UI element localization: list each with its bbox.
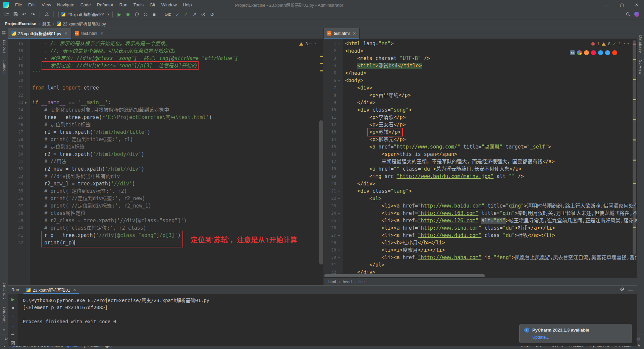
- settings-sync-icon[interactable]: [633, 10, 641, 18]
- gutter[interactable]: 3: [324, 55, 342, 62]
- code-line[interactable]: 31 </ul>: [324, 261, 637, 269]
- gutter[interactable]: 39: [8, 217, 30, 224]
- profiler-button[interactable]: [142, 10, 150, 18]
- code-line[interactable]: 20 </div>: [324, 180, 637, 187]
- minimize-icon[interactable]: —: [600, 0, 614, 9]
- code-line[interactable]: 20: [8, 77, 323, 84]
- yandex-browser-icon[interactable]: [612, 50, 617, 55]
- gutter[interactable]: 22: [8, 92, 30, 99]
- gutter[interactable]: 23−: [324, 202, 342, 210]
- fold-icon[interactable]: −: [337, 77, 341, 84]
- code-line[interactable]: 30− <li><a href="http://www.haha.com" id…: [324, 254, 637, 261]
- code-line[interactable]: 21− <div class="tang">: [324, 187, 637, 195]
- code-line[interactable]: 38 # class属性定位: [8, 210, 323, 217]
- menu-window[interactable]: Window: [158, 1, 180, 8]
- gutter[interactable]: 27: [8, 128, 30, 136]
- gutter[interactable]: 29−: [324, 246, 342, 254]
- rerun-button[interactable]: ▶: [10, 296, 16, 302]
- code-line[interactable]: 31 # //用法: [8, 158, 323, 165]
- horizontal-scrollbar[interactable]: [324, 274, 632, 278]
- code-line[interactable]: 22− <ul>: [324, 195, 637, 202]
- gutter[interactable]: 5: [324, 69, 342, 77]
- code-line[interactable]: 19''': [8, 69, 323, 77]
- fold-icon[interactable]: −: [337, 246, 341, 254]
- code-line[interactable]: 28− <li><b>杜小月</b></li>: [324, 239, 637, 246]
- gutter[interactable]: 40: [8, 224, 30, 232]
- gutter[interactable]: 25: [8, 114, 30, 121]
- gutter[interactable]: 33: [8, 173, 30, 180]
- fold-icon[interactable]: −: [337, 47, 341, 55]
- html-editor[interactable]: 1−<html lang="en">2−<head>3 <meta charse…: [324, 39, 637, 278]
- gutter[interactable]: 1−: [324, 40, 342, 47]
- gutter[interactable]: 34: [8, 180, 30, 187]
- code-line[interactable]: 32 r2_new = tree.xpath('/html//div'): [8, 165, 323, 173]
- gutter[interactable]: 26−: [324, 224, 342, 232]
- gutter[interactable]: 19: [324, 173, 342, 180]
- gutter[interactable]: 31: [324, 261, 342, 269]
- gutter[interactable]: 29: [8, 143, 30, 151]
- gutter[interactable]: 42: [8, 239, 30, 246]
- open-icon[interactable]: [3, 10, 11, 18]
- gutter[interactable]: 20: [324, 180, 342, 187]
- fold-icon[interactable]: −: [337, 143, 341, 151]
- gutter[interactable]: 10−: [324, 106, 342, 114]
- code-line[interactable]: 34 r2_new_1 = tree.xpath('//div'): [8, 180, 323, 187]
- gutter[interactable]: 7−: [324, 84, 342, 92]
- tab-python-file[interactable]: 23.xpath解析基础01.py ✕: [8, 28, 71, 39]
- code-line[interactable]: 27− <li><a href="http://www.dudu.com" cl…: [324, 232, 637, 239]
- code-line[interactable]: 24− <li><a href="http://www.163.com" tit…: [324, 210, 637, 217]
- coverage-button[interactable]: [133, 10, 141, 18]
- code-line[interactable]: 3 <meta charset="UTF-8" />: [324, 55, 637, 62]
- gutter[interactable]: 22−: [324, 195, 342, 202]
- breadcrumb-file[interactable]: 23.xpath解析基础01.py: [57, 20, 106, 27]
- down-stack-icon[interactable]: ↓: [10, 323, 16, 329]
- gutter[interactable]: 24−: [324, 210, 342, 217]
- code-line[interactable]: 18 - 索引定位: //div[@class="song"]/p[3] 注意是…: [8, 62, 323, 69]
- git-commit-button[interactable]: ✓: [182, 10, 190, 18]
- gutter[interactable]: 6−: [324, 77, 342, 84]
- gutter[interactable]: 31: [8, 158, 30, 165]
- save-icon[interactable]: [11, 10, 19, 18]
- gutter[interactable]: 26: [8, 121, 30, 128]
- gutter[interactable]: 36: [8, 195, 30, 202]
- breadcrumb-folder[interactable]: 爬虫: [42, 20, 51, 27]
- code-line[interactable]: 36 # print('//定位到div标签:', r2_new): [8, 195, 323, 202]
- code-line[interactable]: 8 <p>百里守约</p>: [324, 92, 637, 99]
- fold-icon[interactable]: −: [337, 202, 341, 210]
- undo-icon[interactable]: ↶: [20, 10, 28, 18]
- fold-icon[interactable]: −: [337, 106, 341, 114]
- fold-icon[interactable]: −: [337, 254, 341, 261]
- menu-git[interactable]: Git: [147, 1, 158, 8]
- opera-browser-icon[interactable]: [591, 50, 596, 55]
- code-line[interactable]: 30 r2 = tree.xpath('/html/body/div'): [8, 151, 323, 158]
- gutter[interactable]: 8: [324, 92, 342, 99]
- safari-browser-icon[interactable]: [605, 50, 610, 55]
- code-line[interactable]: 24 # 实例化etree对象,且将被解析的源码加载到该对象中: [8, 106, 323, 114]
- gutter[interactable]: 37: [8, 202, 30, 210]
- fold-icon[interactable]: −: [337, 40, 341, 47]
- gutter[interactable]: 21−: [324, 187, 342, 195]
- gutter[interactable]: 2−: [324, 47, 342, 55]
- git-update-button[interactable]: ↙: [173, 10, 181, 18]
- fold-icon[interactable]: −: [337, 224, 341, 232]
- code-line[interactable]: 7− <div>: [324, 84, 637, 92]
- notification-balloon[interactable]: i PyCharm 2023.1.3 available Update...: [519, 324, 632, 343]
- code-line[interactable]: 5</head>: [324, 69, 637, 77]
- breadcrumb-title[interactable]: title: [358, 280, 365, 284]
- lock-icon[interactable]: [637, 344, 641, 348]
- more-toolwindows-icon[interactable]: »: [3, 327, 5, 332]
- gutter[interactable]: 28: [8, 136, 30, 143]
- code-line[interactable]: 1−<html lang="en">: [324, 40, 637, 47]
- breadcrumb-project[interactable]: ProjectExercise: [5, 21, 36, 26]
- code-line[interactable]: 23− <li><a href="http://www.baidu.com" t…: [324, 202, 637, 210]
- run-tab[interactable]: 23.xpath解析基础01 ✕: [23, 286, 79, 294]
- code-line[interactable]: 27 r1 = tree.xpath('/html/head/title'): [8, 128, 323, 136]
- fold-icon[interactable]: −: [337, 232, 341, 239]
- gutter[interactable]: 20: [8, 77, 30, 84]
- stripe-sciview[interactable]: SciView: [639, 60, 643, 75]
- code-line[interactable]: 33 # //div找到源码当中所有的div: [8, 173, 323, 180]
- run-config-select[interactable]: 23.xpath解析基础01 ▼: [58, 11, 113, 18]
- hide-panel-icon[interactable]: —: [628, 287, 633, 293]
- breadcrumb-html[interactable]: html: [328, 280, 336, 284]
- gutter[interactable]: 11: [324, 114, 342, 121]
